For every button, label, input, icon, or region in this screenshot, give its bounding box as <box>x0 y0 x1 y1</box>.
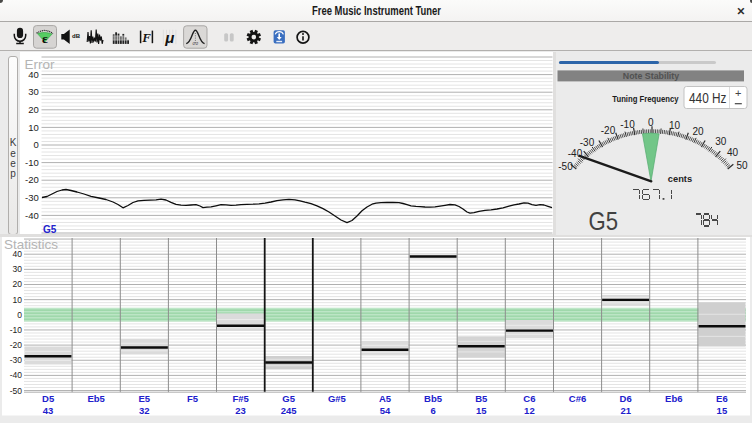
svg-text:B5: B5 <box>475 393 488 404</box>
svg-text:G5: G5 <box>589 206 619 235</box>
svg-text:Eb6: Eb6 <box>665 393 682 404</box>
svg-text:10: 10 <box>28 122 39 133</box>
svg-text:245: 245 <box>281 405 298 416</box>
svg-text:E5: E5 <box>138 393 150 404</box>
svg-text:-30: -30 <box>25 192 39 203</box>
svg-text:-20: -20 <box>601 125 616 136</box>
svg-text:-40: -40 <box>10 370 23 380</box>
svg-text:Bb5: Bb5 <box>424 393 443 404</box>
svg-text:A5: A5 <box>379 393 392 404</box>
svg-text:43: 43 <box>43 405 54 416</box>
svg-text:-50: -50 <box>558 161 573 172</box>
svg-text:-40: -40 <box>25 210 39 221</box>
svg-text:20: 20 <box>13 279 23 289</box>
svg-text:15: 15 <box>717 405 728 416</box>
svg-text:0: 0 <box>648 117 654 128</box>
svg-text:F5: F5 <box>187 393 199 404</box>
svg-text:cents: cents <box>668 174 692 184</box>
svg-text:0: 0 <box>17 310 22 320</box>
svg-text:E6: E6 <box>716 393 728 404</box>
svg-text:G#5: G#5 <box>328 393 347 404</box>
svg-text:F#5: F#5 <box>232 393 249 404</box>
svg-text:32: 32 <box>139 405 150 416</box>
svg-text:440 Hz: 440 Hz <box>689 91 726 106</box>
svg-text:Free Music Instrument Tuner: Free Music Instrument Tuner <box>312 4 441 18</box>
svg-text:20: 20 <box>28 104 39 115</box>
svg-text:Error: Error <box>25 57 56 72</box>
svg-text:6: 6 <box>430 405 435 416</box>
svg-text:F: F <box>141 30 151 45</box>
svg-text:Tuning Frequency: Tuning Frequency <box>612 94 679 104</box>
svg-text:ε: ε <box>42 31 48 46</box>
svg-text:-10: -10 <box>10 325 23 335</box>
svg-text:C#6: C#6 <box>569 393 586 404</box>
svg-text:10: 10 <box>13 295 23 305</box>
svg-text:Eb5: Eb5 <box>87 393 105 404</box>
svg-text:-20: -20 <box>25 174 39 185</box>
svg-text:σσ: σσ <box>193 41 199 46</box>
svg-text:-30: -30 <box>580 137 595 148</box>
svg-text:Statistics: Statistics <box>4 237 58 252</box>
svg-text:D6: D6 <box>620 393 632 404</box>
svg-text:Note Stability: Note Stability <box>623 70 680 81</box>
svg-text:0: 0 <box>34 139 39 150</box>
svg-text:-10: -10 <box>620 119 635 130</box>
svg-text:40: 40 <box>727 147 739 158</box>
svg-text:15: 15 <box>476 405 487 416</box>
svg-text:21: 21 <box>620 405 631 416</box>
svg-text:-50: -50 <box>10 386 23 396</box>
svg-text:30: 30 <box>715 136 727 147</box>
svg-text:23: 23 <box>235 405 246 416</box>
svg-text:10: 10 <box>669 120 681 131</box>
svg-text:30: 30 <box>13 264 23 274</box>
svg-text:30: 30 <box>28 86 39 97</box>
svg-text:-10: -10 <box>25 157 39 168</box>
svg-text:-30: -30 <box>10 355 23 365</box>
svg-text:dB: dB <box>72 33 81 39</box>
svg-text:20: 20 <box>692 126 704 137</box>
svg-text:50: 50 <box>736 160 748 171</box>
svg-text:D5: D5 <box>42 393 55 404</box>
svg-text:-20: -20 <box>10 340 23 350</box>
svg-text:G5: G5 <box>282 393 295 404</box>
svg-text:μ: μ <box>164 29 174 46</box>
svg-text:54: 54 <box>380 405 391 416</box>
svg-text:C6: C6 <box>523 393 535 404</box>
svg-text:+: + <box>735 87 741 99</box>
svg-text:12: 12 <box>524 405 535 416</box>
